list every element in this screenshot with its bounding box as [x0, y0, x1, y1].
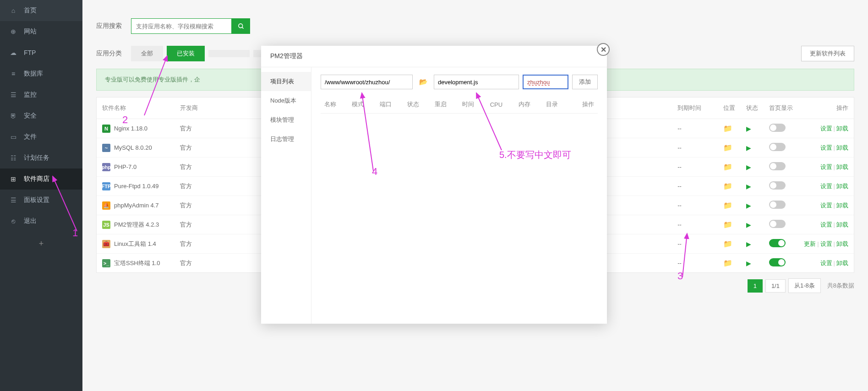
- open-folder-icon[interactable]: 📁: [723, 201, 732, 209]
- action-link[interactable]: 设置: [820, 144, 832, 151]
- browse-folder-button[interactable]: 📂: [416, 75, 430, 89]
- sidebar-add[interactable]: +: [0, 232, 82, 256]
- action-link[interactable]: 设置: [820, 163, 832, 170]
- sidebar-item-label: 面板设置: [24, 196, 49, 204]
- open-folder-icon[interactable]: 📁: [723, 163, 732, 171]
- action-link[interactable]: 设置: [820, 221, 832, 228]
- homeshow-toggle[interactable]: [769, 258, 786, 266]
- action-link[interactable]: 卸载: [836, 183, 848, 190]
- open-folder-icon[interactable]: 📁: [723, 240, 732, 248]
- sidebar-item-database[interactable]: ≡ 数据库: [0, 63, 82, 84]
- apps-icon: ⊞: [9, 175, 17, 183]
- homeshow-toggle[interactable]: [769, 143, 786, 151]
- homeshow-toggle[interactable]: [769, 201, 786, 209]
- modal-close-button[interactable]: ✕: [597, 43, 610, 56]
- sidebar-item-security[interactable]: ⛨ 安全: [0, 105, 82, 126]
- action-link[interactable]: 卸载: [836, 260, 848, 266]
- expire-cell: --: [672, 177, 718, 196]
- modal-tab-modules[interactable]: 模块管理: [261, 110, 311, 130]
- software-name-text: Nginx 1.18.0: [114, 125, 147, 132]
- sidebar-item-label: 数据库: [24, 70, 43, 78]
- action-link[interactable]: 更新: [804, 240, 816, 247]
- play-icon[interactable]: ▶: [746, 163, 751, 171]
- pth-name: 名称: [321, 96, 348, 114]
- software-name-text: Linux工具箱 1.4: [114, 240, 156, 248]
- category-placeholder-1[interactable]: [208, 50, 250, 57]
- action-link[interactable]: 卸载: [836, 240, 848, 247]
- entry-file-input[interactable]: [434, 75, 519, 89]
- open-folder-icon[interactable]: 📁: [723, 144, 732, 152]
- expire-cell: --: [672, 196, 718, 215]
- play-icon[interactable]: ▶: [746, 125, 751, 132]
- play-icon[interactable]: ▶: [746, 260, 751, 267]
- expire-cell: --: [672, 138, 718, 157]
- action-link[interactable]: 卸载: [836, 163, 848, 170]
- action-link[interactable]: 设置: [820, 183, 832, 190]
- project-path-input[interactable]: [321, 75, 413, 89]
- play-icon[interactable]: ▶: [746, 183, 751, 190]
- search-icon: [238, 23, 245, 30]
- play-icon[interactable]: ▶: [746, 240, 751, 248]
- add-project-button[interactable]: 添加: [572, 75, 598, 89]
- sidebar-item-ftp[interactable]: ☁ FTP: [0, 42, 82, 63]
- sidebar-item-home[interactable]: ⌂ 首页: [0, 0, 82, 21]
- play-icon[interactable]: ▶: [746, 144, 751, 152]
- sidebar-item-logout[interactable]: ⎋ 退出: [0, 211, 82, 232]
- software-icon: FTP: [102, 182, 110, 190]
- action-link[interactable]: 设置: [820, 260, 832, 266]
- open-folder-icon[interactable]: 📁: [723, 221, 732, 228]
- search-label: 应用搜索: [96, 22, 122, 30]
- page-1[interactable]: 1: [748, 279, 763, 293]
- home-icon: ⌂: [9, 6, 17, 15]
- update-list-button[interactable]: 更新软件列表: [801, 46, 854, 61]
- play-icon[interactable]: ▶: [746, 202, 751, 209]
- category-all-button[interactable]: 全部: [131, 46, 163, 61]
- open-folder-icon[interactable]: 📁: [723, 259, 732, 267]
- modal-tab-node[interactable]: Node版本: [261, 91, 311, 110]
- modal-tab-projects[interactable]: 项目列表: [261, 72, 311, 91]
- homeshow-toggle[interactable]: [769, 124, 786, 132]
- sidebar-item-label: 退出: [24, 217, 37, 225]
- software-name-text: Pure-Ftpd 1.0.49: [114, 183, 159, 190]
- sidebar-item-settings[interactable]: ☰ 面板设置: [0, 190, 82, 211]
- search-button[interactable]: [232, 18, 250, 34]
- play-icon[interactable]: ▶: [746, 221, 751, 228]
- action-link[interactable]: 卸载: [836, 144, 848, 151]
- page-total: 1/1: [765, 279, 786, 293]
- homeshow-toggle[interactable]: [769, 181, 786, 190]
- software-name-text: PHP-7.0: [114, 163, 136, 170]
- sidebar-item-appstore[interactable]: ⊞ 软件商店: [0, 168, 82, 190]
- sidebar-item-monitor[interactable]: ☰ 监控: [0, 84, 82, 105]
- sidebar-item-label: 网站: [24, 27, 37, 36]
- software-name-text: PM2管理器 4.2.3: [114, 221, 159, 229]
- pth-time: 时间: [459, 96, 486, 114]
- open-folder-icon[interactable]: 📁: [723, 125, 732, 132]
- action-link[interactable]: 卸载: [836, 221, 848, 228]
- action-link[interactable]: 卸载: [836, 125, 848, 132]
- action-link[interactable]: 设置: [820, 202, 832, 209]
- sidebar-item-label: 文件: [24, 133, 37, 141]
- search-input[interactable]: [131, 18, 232, 34]
- modal-tab-logs[interactable]: 日志管理: [261, 130, 311, 149]
- action-link[interactable]: 设置: [820, 240, 832, 247]
- software-icon: JS: [102, 221, 110, 229]
- th-name: 软件名称: [97, 98, 175, 119]
- project-name-input[interactable]: [523, 75, 568, 89]
- settings-icon: ☰: [9, 196, 17, 204]
- software-name-text: phpMyAdmin 4.7: [114, 202, 159, 209]
- sidebar-item-label: 监控: [24, 91, 37, 99]
- pm2-modal: ✕ PM2管理器 项目列表 Node版本 模块管理 日志管理 📂 添加: [261, 46, 607, 324]
- pth-mode: 模式: [348, 96, 376, 114]
- pth-dir: 目录: [542, 96, 570, 114]
- sidebar-item-files[interactable]: ▭ 文件: [0, 126, 82, 147]
- homeshow-toggle[interactable]: [769, 239, 786, 247]
- open-folder-icon[interactable]: 📁: [723, 182, 732, 190]
- homeshow-toggle[interactable]: [769, 220, 786, 228]
- sidebar-item-website[interactable]: ⊕ 网站: [0, 21, 82, 42]
- expire-cell: --: [672, 254, 718, 273]
- category-installed-button[interactable]: 已安装: [167, 46, 205, 61]
- action-link[interactable]: 设置: [820, 125, 832, 132]
- action-link[interactable]: 卸载: [836, 202, 848, 209]
- homeshow-toggle[interactable]: [769, 162, 786, 170]
- sidebar-item-cron[interactable]: ☷ 计划任务: [0, 147, 82, 168]
